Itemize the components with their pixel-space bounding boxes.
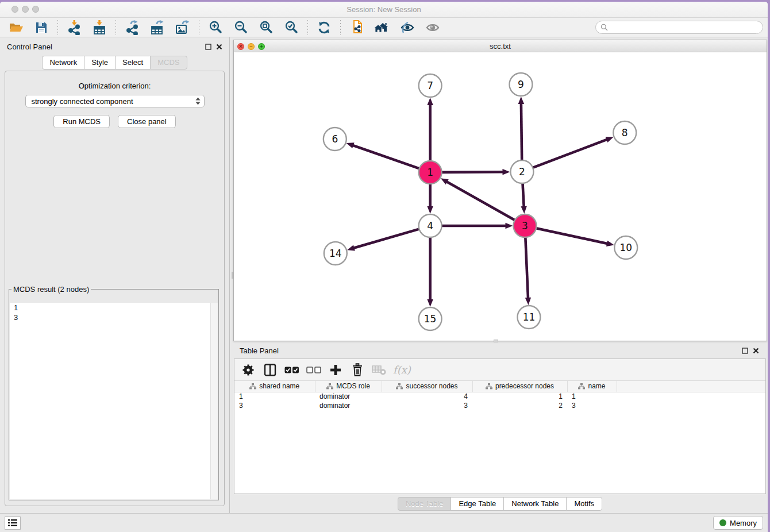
float-panel-icon[interactable] xyxy=(205,44,211,50)
main-toolbar xyxy=(0,18,768,37)
close-panel-icon[interactable] xyxy=(753,348,759,354)
table-cell[interactable]: 3 xyxy=(234,401,315,410)
table-row[interactable]: 1dominator411 xyxy=(234,392,765,401)
graph-edge-4-3[interactable] xyxy=(442,223,513,229)
table-cell[interactable]: 1 xyxy=(234,392,315,401)
tab-motifs[interactable]: Motifs xyxy=(566,497,602,511)
graph-edge-1-6[interactable] xyxy=(346,142,419,168)
zoom-window-button[interactable] xyxy=(32,6,39,13)
svg-text:8: 8 xyxy=(622,127,628,138)
search-input[interactable] xyxy=(611,24,758,32)
network-canvas[interactable]: 7968124314101511 xyxy=(234,52,767,341)
graph-node-15[interactable]: 15 xyxy=(419,307,442,330)
memory-button[interactable]: Memory xyxy=(713,516,763,530)
tab-select[interactable]: Select xyxy=(115,56,151,70)
tab-mcds[interactable]: MCDS xyxy=(150,56,187,70)
tab-edge-table[interactable]: Edge Table xyxy=(451,497,504,511)
network-minimize-button[interactable]: − xyxy=(248,43,255,50)
zoom-fit-icon[interactable] xyxy=(255,19,278,36)
column-header-predecessor-nodes[interactable]: predecessor nodes xyxy=(472,381,567,392)
optimization-criterion-dropdown[interactable]: strongly connected component xyxy=(25,95,205,107)
network-window-titlebar: ✕ − + scc.txt xyxy=(234,40,767,52)
gear-icon[interactable] xyxy=(240,362,256,378)
graph-node-7[interactable]: 7 xyxy=(419,74,442,97)
graph-edge-1-4[interactable] xyxy=(427,184,433,214)
first-neighbors-icon[interactable] xyxy=(371,19,394,36)
graph-edge-4-15[interactable] xyxy=(427,237,433,307)
graph-node-6[interactable]: 6 xyxy=(324,128,346,151)
save-session-icon[interactable] xyxy=(30,19,53,36)
graph-node-10[interactable]: 10 xyxy=(614,236,637,259)
minimize-window-button[interactable] xyxy=(22,6,29,13)
table-cell[interactable]: dominator xyxy=(315,392,382,401)
import-table-icon[interactable] xyxy=(88,19,111,36)
column-header-MCDS-role[interactable]: MCDS role xyxy=(315,381,382,392)
task-history-button[interactable] xyxy=(5,516,21,530)
splitter-handle[interactable] xyxy=(232,272,233,279)
graph-edge-1-7[interactable] xyxy=(427,98,433,161)
graph-node-11[interactable]: 11 xyxy=(517,306,540,329)
import-network-icon[interactable] xyxy=(63,19,86,36)
graph-edge-3-1[interactable] xyxy=(441,178,515,220)
zoom-selected-icon[interactable] xyxy=(280,19,303,36)
column-header-name[interactable]: name xyxy=(567,381,617,392)
graph-node-14[interactable]: 14 xyxy=(324,242,347,265)
table-cell[interactable]: 3 xyxy=(382,401,472,410)
tab-network-table[interactable]: Network Table xyxy=(503,497,567,511)
graph-node-4[interactable]: 4 xyxy=(419,214,442,237)
zoom-in-icon[interactable] xyxy=(204,19,227,36)
export-network-icon[interactable] xyxy=(121,19,144,36)
table-cell[interactable]: 3 xyxy=(567,401,617,410)
table-cell[interactable]: dominator xyxy=(315,401,382,410)
column-header-successor-nodes[interactable]: successor nodes xyxy=(382,381,472,392)
open-session-icon[interactable] xyxy=(5,19,28,36)
new-network-from-selection-icon[interactable] xyxy=(345,19,368,36)
add-column-icon[interactable] xyxy=(328,362,344,378)
close-panel-icon[interactable] xyxy=(216,44,222,50)
tab-network[interactable]: Network xyxy=(42,56,84,70)
table-header-row: shared nameMCDS rolesuccessor nodesprede… xyxy=(234,381,765,392)
window-traffic-lights[interactable] xyxy=(11,6,39,13)
table-row[interactable]: 3dominator323 xyxy=(234,401,765,410)
close-window-button[interactable] xyxy=(11,6,18,13)
tab-node-table[interactable]: Node Table xyxy=(398,497,452,511)
graph-edge-2-8[interactable] xyxy=(533,137,614,168)
graph-node-1[interactable]: 1 xyxy=(419,161,442,184)
mcds-result-box[interactable]: 13 xyxy=(10,303,218,499)
zoom-out-icon[interactable] xyxy=(229,19,252,36)
graph-node-9[interactable]: 9 xyxy=(509,73,532,96)
graph-node-3[interactable]: 3 xyxy=(513,214,536,237)
table-cell[interactable]: 2 xyxy=(472,401,567,410)
show-all-icon[interactable] xyxy=(421,19,444,36)
float-panel-icon[interactable] xyxy=(742,348,748,354)
export-image-icon[interactable] xyxy=(171,19,194,36)
split-panel-icon[interactable] xyxy=(262,362,278,378)
graph-edge-1-2[interactable] xyxy=(442,169,510,175)
graph-node-2[interactable]: 2 xyxy=(510,160,533,183)
network-close-button[interactable]: ✕ xyxy=(237,43,244,50)
table-tabs: Node Table Edge Table Network Table Moti… xyxy=(234,494,766,513)
select-all-icon[interactable] xyxy=(284,362,300,378)
hide-selection-icon[interactable] xyxy=(396,19,419,36)
export-table-icon[interactable] xyxy=(146,19,169,36)
graph-edge-2-3[interactable] xyxy=(521,183,526,214)
table-empty-area[interactable] xyxy=(234,410,765,494)
graph-edge-4-14[interactable] xyxy=(347,229,419,251)
table-cell[interactable]: 1 xyxy=(567,392,617,401)
table-cell[interactable]: 1 xyxy=(472,392,567,401)
graph-edge-3-11[interactable] xyxy=(525,237,531,305)
graph-node-8[interactable]: 8 xyxy=(613,121,636,144)
delete-column-icon[interactable] xyxy=(349,362,365,378)
deselect-all-icon[interactable] xyxy=(306,362,322,378)
run-mcds-button[interactable]: Run MCDS xyxy=(53,115,110,128)
apply-layout-icon[interactable] xyxy=(313,19,336,36)
graph-edge-3-10[interactable] xyxy=(536,228,614,246)
mcds-result-scrollbar[interactable] xyxy=(210,303,218,499)
graph-edge-2-9[interactable] xyxy=(518,97,524,160)
tab-style[interactable]: Style xyxy=(84,56,116,70)
splitter-handle[interactable] xyxy=(494,340,498,342)
column-header-shared-name[interactable]: shared name xyxy=(234,381,315,392)
network-maximize-button[interactable]: + xyxy=(258,43,265,50)
table-cell[interactable]: 4 xyxy=(382,392,472,401)
close-panel-button[interactable]: Close panel xyxy=(118,115,176,128)
